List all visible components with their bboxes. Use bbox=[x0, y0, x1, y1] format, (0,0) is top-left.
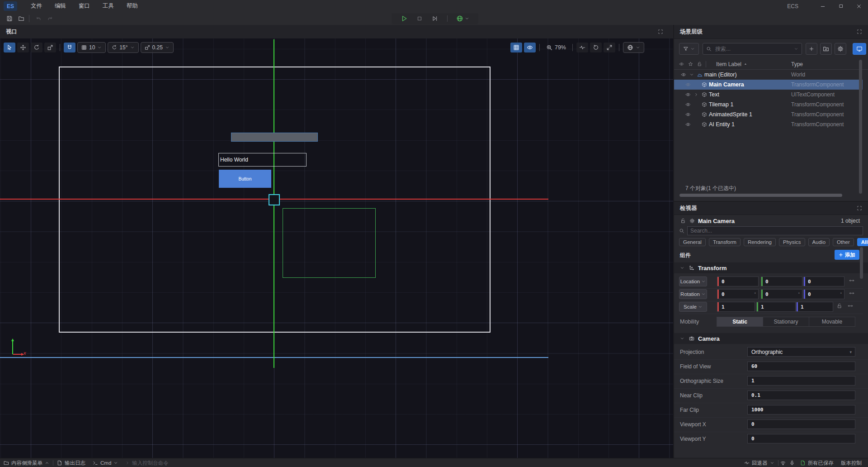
lock-icon[interactable] bbox=[697, 62, 702, 67]
uniform-scale-lock-icon[interactable] bbox=[837, 303, 842, 309]
hierarchy-settings-button[interactable] bbox=[835, 43, 846, 55]
eye-icon[interactable] bbox=[684, 102, 693, 107]
eye-icon[interactable] bbox=[684, 122, 693, 127]
redo-button[interactable] bbox=[45, 14, 55, 23]
rotation-z-input[interactable] bbox=[804, 291, 841, 298]
eye-icon[interactable] bbox=[684, 82, 693, 87]
tilemap-object[interactable] bbox=[231, 133, 318, 142]
column-type[interactable]: Type bbox=[791, 61, 803, 67]
open-project-button[interactable] bbox=[16, 14, 26, 23]
tab-audio[interactable]: Audio bbox=[808, 238, 830, 246]
rotation-y-input[interactable] bbox=[761, 291, 799, 298]
filter-dropdown-button[interactable] bbox=[679, 43, 699, 55]
add-component-button[interactable]: 添加 bbox=[835, 250, 859, 260]
add-entity-button[interactable] bbox=[806, 43, 817, 55]
location-x-input[interactable] bbox=[717, 278, 755, 285]
ai-entity-bounds-rect[interactable] bbox=[283, 208, 376, 278]
orthographic-size-input[interactable] bbox=[748, 377, 843, 384]
tab-other[interactable]: Other bbox=[833, 238, 854, 246]
menu-tools[interactable]: 工具 bbox=[96, 0, 120, 12]
button-object[interactable]: Button bbox=[219, 170, 271, 188]
undo-button[interactable] bbox=[33, 14, 43, 23]
play-icon[interactable] bbox=[401, 15, 408, 22]
column-item-label[interactable]: Item Label bbox=[716, 61, 741, 67]
tab-general[interactable]: General bbox=[679, 238, 706, 246]
tree-row-main-camera[interactable]: Main Camera TransformComponent bbox=[674, 80, 863, 90]
inspector-search-input[interactable] bbox=[688, 228, 863, 234]
chevron-down-icon[interactable] bbox=[688, 72, 695, 77]
tree-row-text[interactable]: Text UITextComponent bbox=[674, 90, 863, 100]
console-command-input[interactable]: 输入控制台命令 bbox=[122, 458, 172, 467]
inspector-maximize-button[interactable] bbox=[857, 205, 862, 211]
network-status-button[interactable] bbox=[778, 458, 788, 467]
reset-view-button[interactable] bbox=[590, 43, 602, 52]
menu-file[interactable]: 文件 bbox=[24, 0, 48, 12]
inspector-vertical-scrollbar[interactable] bbox=[860, 247, 863, 279]
selected-camera-gizmo[interactable] bbox=[269, 194, 280, 205]
tab-all[interactable]: All bbox=[857, 238, 868, 246]
sync-view-button[interactable] bbox=[853, 43, 866, 55]
link-axes-icon[interactable] bbox=[849, 278, 854, 283]
scale-x-input[interactable] bbox=[717, 304, 752, 310]
mic-button[interactable] bbox=[788, 458, 797, 467]
version-control-button[interactable]: 版本控制 bbox=[837, 458, 865, 467]
gear-icon[interactable] bbox=[689, 218, 695, 224]
rotate-tool-button[interactable] bbox=[31, 43, 42, 52]
mobility-option-stationary[interactable]: Stationary bbox=[763, 317, 809, 326]
rollback-dropdown[interactable]: 回退器 bbox=[741, 458, 778, 467]
tab-transform[interactable]: Transform bbox=[709, 238, 741, 246]
menu-edit[interactable]: 编辑 bbox=[48, 0, 72, 12]
viewport-x-input[interactable] bbox=[748, 421, 843, 428]
stop-icon[interactable] bbox=[416, 15, 423, 22]
select-tool-button[interactable] bbox=[4, 43, 15, 52]
rotation-snap-dropdown[interactable]: 15° bbox=[108, 42, 138, 53]
tree-row-tilemap[interactable]: Tilemap 1 TransformComponent bbox=[674, 100, 863, 110]
viewport-maximize-button[interactable] bbox=[658, 29, 663, 34]
scale-y-input[interactable] bbox=[757, 304, 793, 310]
lock-icon[interactable] bbox=[680, 218, 686, 224]
chevron-right-icon[interactable] bbox=[693, 92, 700, 97]
location-y-input[interactable] bbox=[761, 278, 799, 285]
save-status-button[interactable]: 所有已保存 bbox=[797, 458, 838, 467]
camera-section-header[interactable]: Camera bbox=[674, 333, 868, 344]
move-tool-button[interactable] bbox=[17, 43, 29, 52]
star-icon[interactable] bbox=[688, 62, 693, 67]
viewport-canvas[interactable]: 10 15° 0.25 79% bbox=[0, 38, 673, 458]
window-close-button[interactable] bbox=[850, 0, 868, 12]
horizontal-scrollbar[interactable] bbox=[679, 194, 842, 197]
tab-rendering[interactable]: Rendering bbox=[744, 238, 776, 246]
scale-dropdown[interactable]: Scale bbox=[679, 302, 707, 312]
scale-snap-dropdown[interactable]: 0.25 bbox=[141, 42, 174, 53]
window-minimize-button[interactable] bbox=[814, 0, 832, 12]
window-maximize-button[interactable] bbox=[832, 0, 850, 12]
location-z-input[interactable] bbox=[804, 278, 841, 285]
far-clip-input[interactable] bbox=[748, 406, 843, 413]
stats-toggle-button[interactable] bbox=[576, 43, 588, 52]
run-target-dropdown[interactable] bbox=[456, 15, 469, 22]
rotation-x-input[interactable] bbox=[717, 291, 755, 298]
mobility-option-static[interactable]: Static bbox=[717, 317, 763, 326]
tab-physics[interactable]: Physics bbox=[779, 238, 805, 246]
link-axes-icon[interactable] bbox=[848, 303, 853, 309]
fullscreen-button[interactable] bbox=[604, 43, 615, 52]
output-log-button[interactable]: 输出日志 bbox=[53, 458, 89, 467]
tree-row-ai-entity[interactable]: AI Entity 1 TransformComponent bbox=[674, 119, 863, 129]
eye-icon[interactable] bbox=[679, 72, 688, 77]
content-drawer-button[interactable]: 内容侧滑菜单 bbox=[0, 458, 53, 467]
vertical-scrollbar[interactable] bbox=[859, 60, 862, 194]
gizmo-visibility-button[interactable] bbox=[524, 43, 536, 52]
menu-window[interactable]: 窗口 bbox=[72, 0, 96, 12]
world-dropdown[interactable] bbox=[623, 42, 644, 53]
near-clip-input[interactable] bbox=[748, 392, 843, 399]
viewport-y-input[interactable] bbox=[748, 435, 843, 442]
grid-visibility-button[interactable] bbox=[510, 43, 522, 52]
grid-snap-dropdown[interactable]: 10 bbox=[77, 42, 106, 53]
eye-icon[interactable] bbox=[679, 62, 684, 67]
app-logo[interactable]: ES bbox=[4, 1, 17, 11]
tree-row-animatedsprite[interactable]: AnimatedSprite 1 TransformComponent bbox=[674, 110, 863, 119]
new-folder-button[interactable] bbox=[820, 43, 832, 55]
step-forward-icon[interactable] bbox=[432, 15, 438, 22]
eye-icon[interactable] bbox=[684, 112, 693, 117]
location-dropdown[interactable]: Location bbox=[679, 276, 707, 286]
text-object[interactable]: Hello World bbox=[218, 153, 307, 167]
